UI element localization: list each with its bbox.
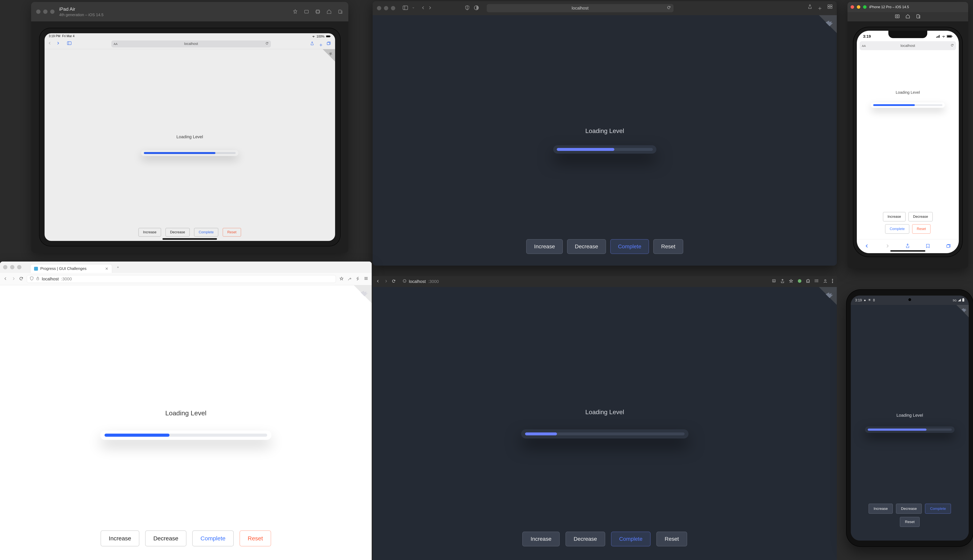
back-button[interactable] [421, 6, 425, 10]
tabs-overview-icon[interactable] [828, 4, 833, 12]
decrease-button[interactable]: Decrease [896, 503, 922, 514]
reload-icon[interactable] [19, 277, 23, 282]
decrease-button[interactable]: Decrease [908, 212, 933, 222]
zoom-dot[interactable] [17, 265, 22, 269]
complete-button[interactable]: Complete [194, 228, 218, 237]
home-icon[interactable] [326, 9, 332, 15]
share-icon[interactable] [780, 279, 785, 284]
newtab-icon[interactable]: ＋ [817, 4, 823, 12]
zoom-dot[interactable] [863, 5, 866, 9]
forward-button[interactable] [56, 42, 61, 47]
switcher-icon[interactable] [338, 9, 343, 15]
reload-icon[interactable] [266, 42, 269, 46]
chevron-down-icon[interactable] [412, 7, 415, 10]
increase-button[interactable]: Increase [522, 532, 560, 547]
share-icon[interactable] [807, 4, 812, 12]
newtab-icon[interactable]: ＋ [318, 42, 323, 47]
install-icon[interactable] [772, 279, 776, 284]
extension-a-icon[interactable] [797, 279, 802, 284]
reload-icon[interactable] [667, 6, 671, 11]
increase-button[interactable]: Increase [883, 212, 906, 222]
reset-button[interactable]: Reset [656, 532, 687, 547]
switcher-icon[interactable] [916, 14, 921, 20]
iphone-sim-titlebar[interactable]: iPhone 12 Pro – iOS 14.5 [848, 2, 968, 12]
sidebar-icon[interactable] [67, 42, 72, 47]
url-field[interactable]: localhost [487, 4, 674, 12]
privacy-icon[interactable] [474, 5, 479, 11]
minimize-dot[interactable] [10, 265, 14, 269]
decrease-button[interactable]: Decrease [565, 532, 605, 547]
bookmarks-icon[interactable] [926, 243, 930, 249]
forward-button[interactable] [384, 279, 388, 284]
forward-button[interactable] [428, 6, 432, 10]
traffic-lights[interactable] [377, 6, 395, 10]
reset-button[interactable]: Reset [222, 228, 241, 237]
complete-button[interactable]: Complete [192, 530, 234, 547]
home-indicator[interactable] [890, 250, 925, 252]
complete-button[interactable]: Complete [925, 503, 951, 514]
active-tab[interactable]: Progress | GUI Challenges ✕ [30, 264, 112, 273]
reset-button[interactable]: Reset [912, 224, 931, 234]
increase-button[interactable]: Increase [138, 228, 161, 237]
back-button[interactable] [376, 279, 380, 284]
ipad-sim-titlebar[interactable]: iPad Air 4th generation – iOS 14.5 [31, 2, 348, 22]
close-dot[interactable] [36, 10, 40, 14]
increase-button[interactable]: Increase [100, 530, 139, 547]
shield-icon[interactable] [30, 276, 33, 282]
sidebar-icon[interactable] [403, 6, 408, 11]
profile-icon[interactable] [823, 279, 828, 284]
shield-icon[interactable] [465, 5, 470, 11]
reader-aa[interactable]: AA [114, 42, 117, 45]
pin-icon[interactable] [292, 9, 298, 15]
increase-button[interactable]: Increase [526, 239, 563, 254]
traffic-lights[interactable] [851, 5, 866, 9]
close-dot[interactable] [851, 5, 854, 9]
url-field[interactable]: AA localhost [859, 41, 956, 50]
url-field[interactable]: localhost:3000 [27, 275, 336, 283]
menu-icon[interactable] [364, 277, 368, 282]
close-dot[interactable] [377, 6, 381, 10]
forward-button[interactable] [11, 277, 15, 282]
close-tab-icon[interactable]: ✕ [105, 267, 109, 271]
share-icon[interactable] [310, 42, 315, 47]
devtools-icon[interactable] [356, 277, 360, 282]
traffic-lights[interactable] [36, 10, 55, 14]
close-dot[interactable] [3, 265, 7, 269]
reset-button[interactable]: Reset [239, 530, 271, 547]
decrease-button[interactable]: Decrease [145, 530, 186, 547]
complete-button[interactable]: Complete [885, 224, 909, 234]
decrease-button[interactable]: Decrease [567, 239, 606, 254]
info-icon[interactable] [403, 279, 406, 284]
complete-button[interactable]: Complete [611, 532, 651, 547]
eyedropper-icon[interactable] [348, 277, 352, 282]
reading-list-icon[interactable] [814, 279, 819, 284]
zoom-dot[interactable] [50, 10, 55, 14]
newtab-button[interactable]: ＋ [114, 264, 121, 271]
minimize-dot[interactable] [384, 6, 388, 10]
url-field[interactable]: localhost:3000 [400, 278, 442, 285]
minimize-dot[interactable] [43, 10, 47, 14]
minimize-dot[interactable] [857, 5, 860, 9]
screenshot-icon[interactable] [895, 14, 899, 19]
back-button[interactable] [3, 277, 8, 282]
reload-icon[interactable] [951, 43, 954, 48]
tabs-icon[interactable] [326, 42, 332, 47]
screenshot-icon[interactable] [304, 9, 309, 15]
bookmark-icon[interactable] [339, 277, 344, 282]
complete-button[interactable]: Complete [610, 239, 649, 254]
bookmark-icon[interactable] [789, 279, 793, 284]
url-field[interactable]: AA localhost [111, 40, 271, 47]
decrease-button[interactable]: Decrease [166, 228, 190, 237]
share-icon[interactable] [906, 243, 910, 249]
traffic-lights[interactable] [3, 265, 22, 269]
home-indicator[interactable] [162, 238, 217, 240]
rotate-icon[interactable] [315, 9, 321, 15]
forward-button[interactable] [885, 244, 889, 249]
reload-icon[interactable] [392, 279, 396, 284]
back-button[interactable] [48, 42, 53, 47]
extensions-icon[interactable] [806, 279, 810, 284]
reset-button[interactable]: Reset [653, 239, 683, 254]
tabs-icon[interactable] [946, 244, 951, 249]
zoom-dot[interactable] [391, 6, 395, 10]
increase-button[interactable]: Increase [868, 503, 893, 514]
